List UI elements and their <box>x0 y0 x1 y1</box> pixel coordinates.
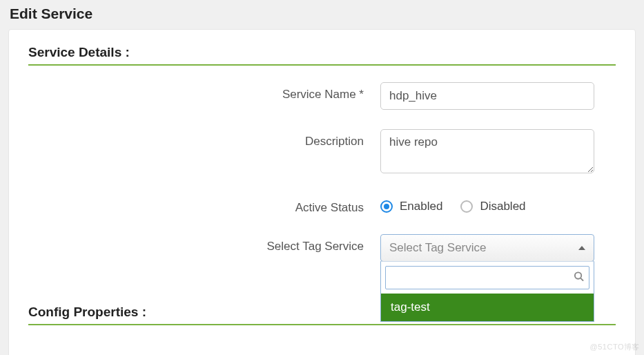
caret-up-icon <box>578 246 585 250</box>
row-service-name: Service Name * <box>28 82 616 110</box>
tag-service-select[interactable]: Select Tag Service tag-test <box>380 234 594 262</box>
row-active-status: Active Status Enabled Disabled <box>28 195 616 215</box>
radio-disabled[interactable] <box>460 200 473 213</box>
page-title: Edit Service <box>0 0 644 29</box>
tag-service-option[interactable]: tag-test <box>381 294 594 321</box>
radio-enabled[interactable] <box>380 200 393 213</box>
tag-service-placeholder: Select Tag Service <box>389 241 486 255</box>
label-tag-service: Select Tag Service <box>28 234 380 253</box>
description-textarea[interactable]: hive repo <box>380 129 594 173</box>
radio-disabled-label[interactable]: Disabled <box>480 200 525 213</box>
active-status-radio-group: Enabled Disabled <box>380 195 616 213</box>
service-name-input[interactable] <box>380 82 594 110</box>
row-tag-service: Select Tag Service Select Tag Service <box>28 234 616 262</box>
label-description: Description <box>28 129 380 148</box>
tag-service-search-input[interactable] <box>385 266 589 289</box>
search-icon <box>574 271 584 285</box>
tag-service-dropdown: tag-test <box>380 261 594 322</box>
watermark: @51CTO博客 <box>590 342 640 352</box>
svg-line-1 <box>580 278 583 281</box>
row-description: Description hive repo <box>28 129 616 176</box>
svg-point-0 <box>575 272 581 278</box>
edit-service-panel: Service Details : Service Name * Descrip… <box>8 29 636 355</box>
label-active-status: Active Status <box>28 195 380 215</box>
label-service-name: Service Name * <box>28 82 380 102</box>
radio-enabled-label[interactable]: Enabled <box>400 200 442 213</box>
section-service-details: Service Details : <box>28 45 616 66</box>
tag-service-search-wrap <box>385 266 589 289</box>
tag-service-select-header[interactable]: Select Tag Service <box>381 235 594 261</box>
